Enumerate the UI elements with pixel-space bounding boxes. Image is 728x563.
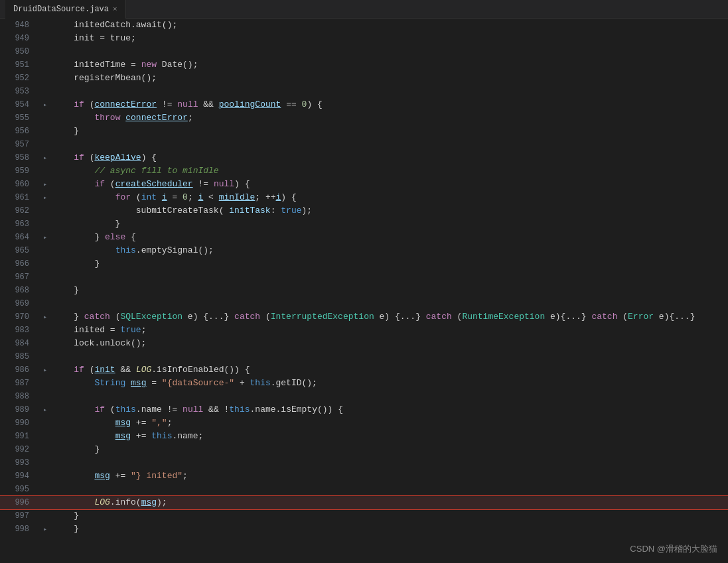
code-line: 948 initedCatch.await();	[0, 19, 728, 32]
line-number: 961	[0, 193, 40, 202]
fold-icon[interactable]: ▸	[40, 233, 50, 241]
line-code	[50, 85, 728, 98]
code-line: 995	[0, 483, 728, 496]
line-code: msg += ",";	[50, 416, 728, 430]
line-code: inited = true;	[50, 324, 728, 337]
code-line: 969	[0, 297, 728, 310]
line-number: 957	[0, 140, 40, 149]
code-line: 994 msg += "} inited";	[0, 469, 728, 483]
line-code	[50, 390, 728, 403]
code-line: 996 LOG.info(msg);	[0, 496, 728, 509]
code-line: 953	[0, 85, 728, 98]
line-code: // async fill to minIdle	[50, 164, 728, 178]
line-code	[50, 456, 728, 469]
code-line: 984 lock.unlock();	[0, 337, 728, 350]
line-number: 997	[0, 511, 40, 521]
line-number: 998	[0, 525, 40, 534]
line-number: 989	[0, 405, 40, 414]
code-line: 987 String msg = "{dataSource-" + this.g…	[0, 377, 728, 390]
line-number: 965	[0, 246, 40, 255]
line-code: if (init && LOG.isInfoEnabled()) {	[50, 363, 728, 377]
line-code: }	[50, 443, 728, 456]
line-code	[50, 483, 728, 496]
fold-icon[interactable]: ▸	[40, 406, 50, 414]
code-line: 954▸ if (connectError != null && pooling…	[0, 98, 728, 111]
code-line: 990 msg += ",";	[0, 416, 728, 430]
line-code	[50, 271, 728, 284]
code-content-area: 948 initedCatch.await();949 init = true;…	[0, 19, 728, 563]
code-line: 958▸ if (keepAlive) {	[0, 151, 728, 164]
code-line: 983 inited = true;	[0, 324, 728, 337]
line-number: 988	[0, 392, 40, 401]
line-code: String msg = "{dataSource-" + this.getID…	[50, 377, 728, 390]
tab-close-button[interactable]: ×	[113, 5, 117, 13]
code-line: 992 }	[0, 443, 728, 456]
line-number: 996	[0, 498, 40, 507]
line-number: 962	[0, 206, 40, 216]
line-code: } catch (SQLException e) {...} catch (In…	[50, 310, 728, 324]
line-number: 968	[0, 286, 40, 295]
line-number: 953	[0, 87, 40, 96]
fold-icon[interactable]: ▸	[40, 154, 50, 162]
line-number: 954	[0, 100, 40, 109]
line-code: if (keepAlive) {	[50, 151, 728, 164]
code-line: 991 msg += this.name;	[0, 430, 728, 443]
line-number: 967	[0, 273, 40, 282]
code-line: 962 submitCreateTask( initTask: true);	[0, 204, 728, 218]
line-number: 993	[0, 458, 40, 468]
line-code: throw connectError;	[50, 111, 728, 125]
code-line: 949 init = true;	[0, 32, 728, 45]
line-number: 951	[0, 60, 40, 70]
line-number: 987	[0, 379, 40, 388]
line-number: 983	[0, 326, 40, 335]
line-number: 958	[0, 153, 40, 162]
fold-icon[interactable]: ▸	[40, 366, 50, 374]
line-code: } else {	[50, 231, 728, 244]
line-number: 959	[0, 166, 40, 176]
code-line: 955 throw connectError;	[0, 111, 728, 125]
fold-icon[interactable]: ▸	[40, 194, 50, 202]
title-bar: DruidDataSource.java ×	[0, 0, 728, 19]
code-line: 964▸ } else {	[0, 231, 728, 244]
code-line: 998▸ }	[0, 523, 728, 536]
line-number: 994	[0, 471, 40, 481]
line-number: 986	[0, 365, 40, 375]
code-line: 993	[0, 456, 728, 469]
code-line: 967	[0, 271, 728, 284]
line-code: init = true;	[50, 32, 728, 45]
code-line: 957	[0, 138, 728, 151]
watermark: CSDN @滑稽的大脸猫	[630, 543, 717, 555]
file-tab[interactable]: DruidDataSource.java ×	[5, 0, 126, 19]
line-code	[50, 297, 728, 310]
line-number: 990	[0, 418, 40, 428]
line-code	[50, 45, 728, 58]
line-number: 984	[0, 339, 40, 348]
fold-icon[interactable]: ▸	[40, 180, 50, 188]
line-number: 963	[0, 219, 40, 229]
line-code: }	[50, 509, 728, 523]
line-code: }	[50, 523, 728, 536]
line-number: 956	[0, 127, 40, 136]
line-number: 969	[0, 299, 40, 308]
fold-icon[interactable]: ▸	[40, 101, 50, 109]
line-code: if (createScheduler != null) {	[50, 178, 728, 191]
line-code: for (int i = 0; i < minIdle; ++i) {	[50, 191, 728, 204]
code-line: 952 registerMbean();	[0, 72, 728, 85]
line-number: 952	[0, 74, 40, 83]
line-code: registerMbean();	[50, 72, 728, 85]
fold-icon[interactable]: ▸	[40, 525, 50, 533]
fold-icon[interactable]: ▸	[40, 313, 50, 321]
line-number: 949	[0, 34, 40, 43]
code-line: 968 }	[0, 284, 728, 297]
code-line: 970▸ } catch (SQLException e) {...} catc…	[0, 310, 728, 324]
code-line: 997 }	[0, 509, 728, 523]
line-number: 985	[0, 352, 40, 361]
code-line: 965 this.emptySignal();	[0, 244, 728, 257]
line-number: 948	[0, 21, 40, 30]
line-code: if (this.name != null && !this.name.isEm…	[50, 403, 728, 416]
code-line: 985	[0, 350, 728, 363]
code-line: 988	[0, 390, 728, 403]
line-code: submitCreateTask( initTask: true);	[50, 204, 728, 218]
code-line: 951 initedTime = new Date();	[0, 58, 728, 72]
line-number: 992	[0, 445, 40, 454]
